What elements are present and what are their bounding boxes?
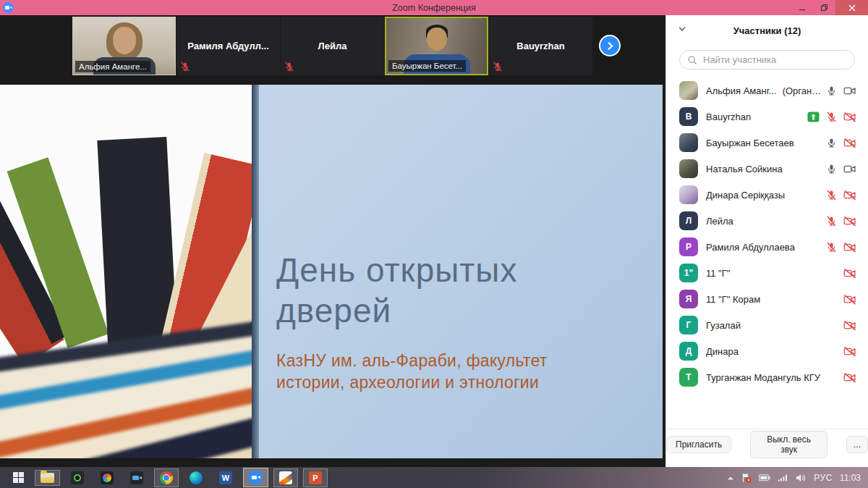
mic-muted-icon <box>493 62 503 72</box>
participant-name: Альфия Аманг...(Организатор, я) <box>706 85 826 96</box>
tile-name-label: Альфия Аманге... <box>75 61 150 72</box>
chevron-right-icon <box>605 41 615 51</box>
search-input[interactable] <box>702 54 847 66</box>
mic-muted-icon <box>180 62 190 72</box>
participant-status-icons <box>826 85 856 96</box>
windows-taskbar: РУС 11:03 <box>0 467 868 488</box>
participant-name: Гузалай <box>706 320 741 331</box>
participants-panel: Участники (12) Альфия Аманг...(Организат… <box>665 15 868 467</box>
edge-icon <box>190 471 203 484</box>
participant-name: Турганжан Модангуль КГУ <box>706 372 820 383</box>
books-image <box>0 85 252 458</box>
camera-muted-icon <box>843 138 856 148</box>
participant-role: (Организатор, я) <box>783 85 826 96</box>
participant-row[interactable]: 1"11 "Г" <box>666 260 868 286</box>
window-title: Zoom Конференция <box>0 3 868 13</box>
participant-row[interactable]: ДДинара <box>666 338 868 364</box>
taskbar-recorder[interactable] <box>65 468 90 487</box>
mic-icon <box>826 85 837 96</box>
avatar <box>679 81 698 100</box>
participants-header: Участники (12) <box>666 15 868 46</box>
participant-status-icons <box>807 112 856 122</box>
taskbar-explorer[interactable] <box>35 470 60 486</box>
chrome-icon <box>160 471 173 484</box>
camera-icon <box>843 85 856 96</box>
participant-row[interactable]: Динара Серіққазы <box>666 182 868 208</box>
action-center-flag-icon[interactable] <box>741 473 752 483</box>
hidden-icons-chevron[interactable] <box>727 475 734 481</box>
speaker-icon[interactable] <box>796 474 807 482</box>
chevron-down-icon[interactable] <box>678 25 686 33</box>
participant-row[interactable]: ГГузалай <box>666 312 868 338</box>
mute-all-button[interactable]: Выкл. весь звук <box>750 431 827 458</box>
participant-name: Bauyrzhan <box>706 112 751 122</box>
more-button[interactable]: ... <box>846 436 868 453</box>
participant-row[interactable]: ЛЛейла <box>666 208 868 234</box>
camera-muted-icon <box>843 242 856 253</box>
participant-row[interactable]: Альфия Аманг...(Организатор, я) <box>666 77 868 104</box>
participant-name: Наталья Сойкина <box>706 164 783 174</box>
taskbar-capture[interactable] <box>124 468 149 487</box>
taskbar-edge[interactable] <box>184 468 208 487</box>
taskbar-colorapp[interactable] <box>95 468 119 487</box>
panel-footer: ПригласитьВыкл. весь звук... <box>666 431 868 458</box>
gallery-next-button[interactable] <box>599 35 621 56</box>
avatar <box>679 159 698 178</box>
participant-row[interactable]: Бауыржан Бесетаев <box>666 130 868 156</box>
avatar <box>679 133 698 152</box>
avatar: Я <box>679 290 698 308</box>
camera-muted-icon <box>843 216 856 227</box>
mic-muted-icon <box>826 216 837 227</box>
taskbar-paint[interactable] <box>273 468 298 487</box>
minimize-button[interactable] <box>791 0 813 15</box>
desktop-screen: Zoom Конференция Альфия Аманге...Рамиля … <box>0 0 868 488</box>
video-tile-1[interactable]: Альфия Аманге... <box>72 17 176 75</box>
clock[interactable]: 11:03 <box>840 473 861 483</box>
taskbar-zoomapp[interactable] <box>243 468 268 487</box>
slide-subtitle: КазНУ им. аль-Фараби, факультет истории,… <box>276 350 548 393</box>
participants-title: Участники (12) <box>733 25 801 36</box>
tile-name-label: Бауыржан Бесет... <box>388 60 466 72</box>
language-indicator[interactable]: РУС <box>814 473 833 483</box>
participant-name: Рамиля Абдуллаева <box>706 242 795 253</box>
participant-name: Динара Серіққазы <box>706 190 785 201</box>
participant-row[interactable]: РРамиля Абдуллаева <box>666 234 868 260</box>
avatar: B <box>679 107 698 126</box>
avatar: Г <box>679 316 698 335</box>
signal-bars-icon[interactable] <box>778 474 788 481</box>
battery-icon[interactable] <box>759 474 770 481</box>
taskbar-start[interactable] <box>7 469 30 486</box>
video-tile-3[interactable]: Лейла <box>281 17 384 75</box>
invite-button[interactable]: Пригласить <box>666 436 731 453</box>
participant-name: Динара <box>706 346 739 357</box>
camera-muted-icon <box>843 320 856 331</box>
camera-muted-icon <box>843 294 856 305</box>
video-tile-5[interactable]: Bauyrzhan <box>489 17 592 75</box>
video-tile-4[interactable]: Бауыржан Бесет... <box>385 17 488 75</box>
paint-icon <box>279 471 292 484</box>
participant-row[interactable]: BBauyrzhan <box>666 104 868 130</box>
participant-row[interactable]: Наталья Сойкина <box>666 156 868 182</box>
tile-name-label: Лейла <box>318 41 347 51</box>
mic-muted-icon <box>284 62 294 72</box>
taskbar-chrome[interactable] <box>154 468 179 487</box>
avatar: Д <box>679 342 698 361</box>
zoom-meeting-workspace: Альфия Аманге...Рамиля Абдулл...ЛейлаБау… <box>0 15 868 467</box>
tile-name-label: Рамиля Абдулл... <box>187 41 269 51</box>
participant-name: 11 "Г" Корам <box>706 294 760 305</box>
tile-name-label: Bauyrzhan <box>516 41 564 51</box>
participant-status-icons <box>826 164 856 174</box>
participant-row[interactable]: ТТурганжан Модангуль КГУ <box>666 364 868 390</box>
avatar: 1" <box>679 264 698 282</box>
video-tile-2[interactable]: Рамиля Абдулл... <box>176 17 280 75</box>
taskbar-powerpoint[interactable] <box>303 468 328 487</box>
participant-row[interactable]: Я11 "Г" Корам <box>666 286 868 312</box>
participant-status-icons <box>843 268 856 279</box>
restore-button[interactable] <box>813 0 835 15</box>
participant-status-icons <box>843 294 856 305</box>
close-button[interactable] <box>835 0 868 15</box>
participants-list: Альфия Аманг...(Организатор, я)BBauyrzha… <box>666 77 868 390</box>
participant-status-icons <box>843 372 856 383</box>
windows-start-icon <box>13 472 24 483</box>
taskbar-word[interactable] <box>213 468 238 487</box>
